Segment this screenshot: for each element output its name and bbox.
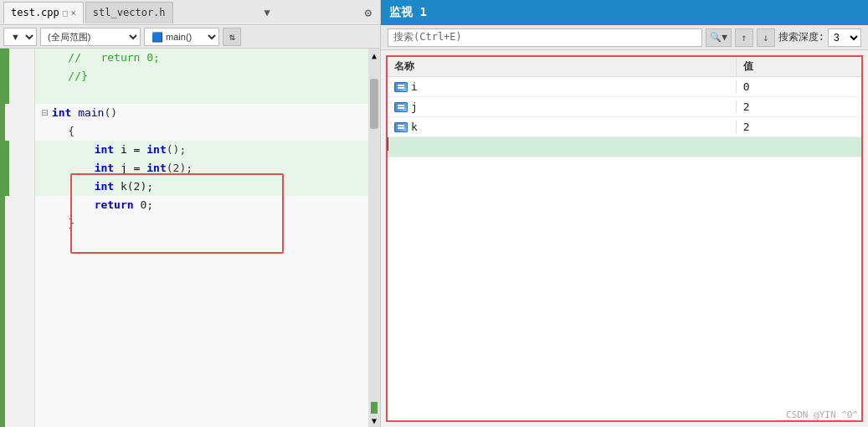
code-line-3: [35, 85, 368, 104]
var-icon-i: [394, 82, 408, 92]
code-kw-int-call-j: int: [146, 159, 166, 177]
code-line-9: return 0;: [35, 196, 368, 214]
close-icon[interactable]: ×: [71, 8, 76, 18]
code-comment-2: //}: [42, 67, 88, 85]
code-kw-int-call-i: int: [146, 141, 166, 159]
search-placeholder-text: 搜索(Ctrl+E): [393, 30, 462, 44]
watch-up-btn[interactable]: ↑: [735, 28, 753, 47]
scroll-green-indicator: [371, 402, 378, 414]
code-kw-int-k: int: [95, 177, 114, 196]
function-select[interactable]: 🟦 main(): [144, 28, 219, 46]
watch-row-i[interactable]: i 0: [388, 77, 861, 97]
depth-label: 搜索深度:: [778, 30, 824, 44]
watch-cursor-row[interactable]: [388, 137, 861, 157]
scope-narrow-select[interactable]: ▼: [3, 28, 37, 46]
code-return-val: 0;: [134, 196, 153, 214]
col-value-header: 值: [737, 57, 861, 76]
tab-stl-vector-label: stl_vector.h: [93, 7, 166, 18]
watch-panel: 监视 1 搜索(Ctrl+E) 🔍 ▼ ↑ ↓ 搜索深度: 3 名称 值: [381, 0, 868, 427]
gutter-10: [5, 214, 34, 233]
gutter-9: [5, 196, 34, 214]
gutter-1: [5, 49, 34, 67]
code-kw-int-i: int: [95, 141, 114, 159]
tab-test-cpp-label: test.cpp: [11, 7, 59, 18]
watch-var-j-label: j: [411, 100, 418, 113]
code-area: // return 0; //} ⊟ int main (): [0, 49, 380, 427]
editor-toolbar: ▼ (全局范围) 🟦 main() ⇅: [0, 25, 380, 49]
gutter-8: [5, 177, 34, 196]
watch-row-j-name: j: [388, 100, 737, 113]
watch-var-i-label: i: [411, 80, 418, 93]
watch-header: 监视 1: [381, 0, 868, 25]
watch-var-i-value: 0: [737, 80, 861, 93]
watch-var-k-value: 2: [737, 121, 861, 133]
gutter-2: [5, 67, 34, 85]
code-comment-1: // return 0;: [42, 49, 160, 67]
watch-title: 监视 1: [389, 5, 427, 20]
scope-select[interactable]: (全局范围): [40, 28, 141, 46]
tab-test-cpp[interactable]: test.cpp □ ×: [3, 2, 84, 23]
code-line-2: //}: [35, 67, 368, 85]
code-lines[interactable]: // return 0; //} ⊟ int main (): [35, 49, 368, 427]
watch-row-j[interactable]: j 2: [388, 97, 861, 117]
code-parens-main: (): [104, 104, 117, 122]
gear-icon[interactable]: ⚙: [360, 6, 377, 19]
tab-bar: test.cpp □ × stl_vector.h ▼ ⚙: [0, 0, 380, 25]
code-kw-return: return: [95, 196, 134, 214]
scroll-bar[interactable]: ▲ ▼: [368, 49, 380, 427]
collapse-icon[interactable]: ⊟: [42, 104, 49, 122]
scroll-up-btn[interactable]: ▲: [372, 49, 377, 62]
watch-row-k-name: k: [388, 121, 737, 133]
code-editor: test.cpp □ × stl_vector.h ▼ ⚙ ▼ (全局范围) 🟦…: [0, 0, 381, 427]
scroll-thumb[interactable]: [370, 79, 378, 129]
gutter-3: [5, 85, 34, 104]
text-cursor: [388, 137, 388, 151]
gutter-5: [5, 122, 34, 141]
var-icon-k: [394, 122, 408, 132]
line-gutter: [5, 49, 35, 427]
tab-dropdown[interactable]: ▼: [260, 7, 273, 18]
search-box[interactable]: 搜索(Ctrl+E): [388, 28, 702, 47]
watch-empty-space: [388, 157, 861, 420]
code-line-1: // return 0;: [35, 49, 368, 67]
watch-row-k[interactable]: k 2: [388, 117, 861, 137]
depth-select[interactable]: 3: [828, 28, 861, 47]
col-name-header: 名称: [388, 57, 737, 76]
pin-icon: □: [63, 8, 68, 18]
code-line-5: {: [35, 122, 368, 141]
watch-var-j-value: 2: [737, 100, 861, 113]
code-line-10: }: [35, 214, 368, 233]
watch-toolbar: 搜索(Ctrl+E) 🔍 ▼ ↑ ↓ 搜索深度: 3: [381, 25, 868, 50]
watermark: CSDN @YIN_^O^: [786, 409, 858, 420]
code-line-6: int i = int ();: [35, 141, 368, 159]
var-icon-j: [394, 102, 408, 112]
code-fn-main: main: [78, 104, 104, 122]
code-parens-i: ();: [167, 141, 186, 159]
watch-row-i-name: i: [388, 80, 737, 93]
tab-stl-vector[interactable]: stl_vector.h: [85, 2, 173, 23]
code-line-7: int j = int (2);: [35, 159, 368, 177]
scroll-down-btn[interactable]: ▼: [372, 414, 377, 427]
code-brace-close: }: [42, 214, 74, 233]
watch-table: 名称 值 i 0 j 2: [386, 55, 863, 422]
code-line-4: ⊟ int main (): [35, 104, 368, 122]
code-line-8: int k(2);: [35, 177, 368, 196]
watch-var-k-label: k: [411, 121, 418, 133]
search-dropdown-arrow[interactable]: ▼: [722, 32, 727, 43]
gutter-7: [5, 159, 34, 177]
code-var-k: k(2);: [114, 177, 153, 196]
watch-table-header: 名称 值: [388, 57, 861, 77]
search-icon-btn[interactable]: 🔍 ▼: [706, 28, 732, 47]
code-kw-int-main: int: [52, 104, 71, 122]
nav-button[interactable]: ⇅: [223, 28, 241, 46]
gutter-4: [5, 104, 34, 122]
code-parens-j: (2);: [167, 159, 193, 177]
code-kw-int-j: int: [95, 159, 114, 177]
gutter-6: [5, 141, 34, 159]
code-brace-open: {: [42, 122, 74, 141]
watch-down-btn[interactable]: ↓: [757, 28, 775, 47]
